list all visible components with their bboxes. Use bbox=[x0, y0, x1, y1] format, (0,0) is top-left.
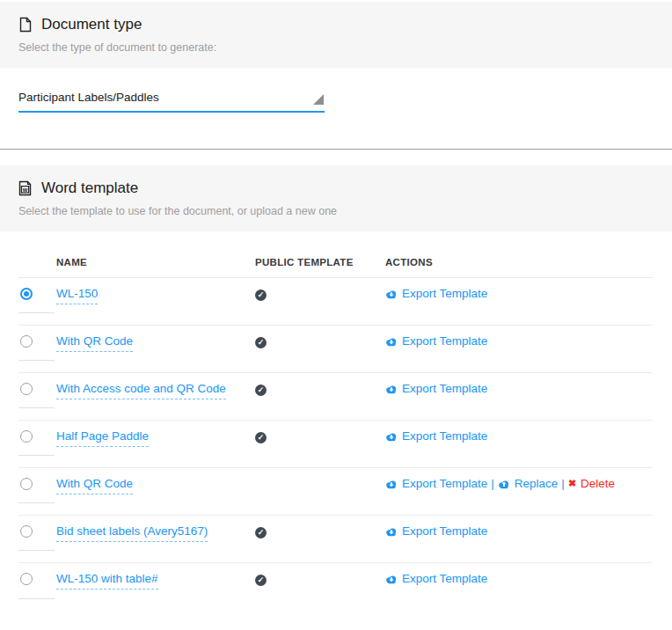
template-name-link[interactable]: WL-150 with table# bbox=[56, 572, 158, 590]
name-cell: With QR Code bbox=[56, 326, 255, 372]
export-template-link[interactable]: Export Template bbox=[385, 334, 487, 348]
cloud-download-icon bbox=[385, 526, 398, 537]
template-table: NAME PUBLIC TEMPLATE ACTIONS WL-150 ✓ Ex… bbox=[18, 246, 653, 611]
public-template-cell: ✓ bbox=[255, 278, 385, 325]
export-template-link[interactable]: Export Template bbox=[385, 429, 487, 443]
table-row: With QR Code Export Template|Replace|✖De… bbox=[18, 468, 653, 516]
action-label: Export Template bbox=[402, 572, 487, 585]
public-template-cell: ✓ bbox=[255, 373, 385, 420]
action-label: Export Template bbox=[402, 382, 487, 395]
word-template-title: Word template bbox=[41, 179, 138, 197]
template-radio[interactable] bbox=[20, 573, 33, 585]
cloud-download-icon bbox=[385, 479, 398, 489]
template-radio[interactable] bbox=[20, 288, 33, 300]
svg-text:w: w bbox=[22, 187, 28, 193]
cloud-download-icon bbox=[385, 574, 398, 584]
document-type-section-header: Document type Select the type of documen… bbox=[0, 2, 672, 68]
template-name-link[interactable]: WL-150 bbox=[56, 287, 98, 304]
row-actions: Export Template bbox=[385, 563, 653, 611]
table-row: Half Page Paddle ✓ Export Template bbox=[18, 421, 653, 468]
template-radio[interactable] bbox=[20, 335, 33, 348]
document-type-form: Participant Labels/Paddles bbox=[0, 68, 672, 149]
template-table-header: NAME PUBLIC TEMPLATE ACTIONS bbox=[18, 246, 653, 278]
public-template-check-icon: ✓ bbox=[255, 527, 267, 538]
action-label: Replace bbox=[515, 477, 559, 490]
public-template-cell bbox=[255, 468, 385, 515]
export-template-link[interactable]: Export Template bbox=[385, 477, 487, 490]
action-separator: | bbox=[561, 477, 565, 490]
x-icon: ✖ bbox=[568, 479, 576, 488]
action-label: Export Template bbox=[402, 287, 487, 300]
name-cell: With QR Code bbox=[56, 468, 255, 515]
header-name: NAME bbox=[56, 246, 255, 277]
delete-link[interactable]: ✖Delete bbox=[568, 477, 615, 490]
action-label: Export Template bbox=[402, 524, 487, 538]
document-type-select[interactable]: Participant Labels/Paddles bbox=[18, 91, 325, 113]
row-actions: Export Template|Replace|✖Delete bbox=[385, 468, 653, 515]
public-template-check-icon: ✓ bbox=[255, 337, 267, 348]
cloud-download-icon bbox=[385, 336, 398, 347]
public-template-check-icon: ✓ bbox=[255, 432, 267, 443]
row-actions: Export Template bbox=[385, 373, 653, 420]
name-cell: WL-150 with table# bbox=[56, 563, 255, 611]
template-radio[interactable] bbox=[20, 430, 33, 443]
radio-cell bbox=[18, 468, 56, 515]
document-file-icon bbox=[18, 17, 32, 33]
action-label: Export Template bbox=[402, 429, 487, 443]
template-name-link[interactable]: With QR Code bbox=[56, 477, 133, 494]
action-label: Export Template bbox=[402, 477, 487, 490]
document-type-subtitle: Select the type of document to generate: bbox=[18, 41, 654, 54]
action-separator: | bbox=[491, 477, 494, 490]
cloud-download-icon bbox=[385, 384, 398, 394]
table-row: WL-150 ✓ Export Template bbox=[18, 278, 653, 326]
name-cell: WL-150 bbox=[56, 278, 255, 325]
template-name-link[interactable]: Bid sheet labels (Avery5167) bbox=[56, 524, 208, 542]
word-file-icon: w bbox=[18, 180, 32, 196]
table-row: With Access code and QR Code ✓ Export Te… bbox=[18, 373, 653, 421]
cloud-download-icon bbox=[385, 289, 398, 299]
row-actions: Export Template bbox=[385, 278, 653, 325]
cloud-upload-icon bbox=[498, 479, 510, 489]
export-template-link[interactable]: Export Template bbox=[385, 524, 487, 538]
word-template-subtitle: Select the template to use for the docum… bbox=[18, 205, 654, 217]
replace-link[interactable]: Replace bbox=[498, 477, 559, 490]
radio-cell bbox=[18, 421, 56, 467]
public-template-check-icon: ✓ bbox=[255, 575, 267, 586]
document-type-selected-value: Participant Labels/Paddles bbox=[18, 91, 159, 104]
name-cell: Bid sheet labels (Avery5167) bbox=[56, 516, 255, 562]
row-actions: Export Template bbox=[385, 421, 653, 467]
export-template-link[interactable]: Export Template bbox=[385, 382, 487, 395]
cloud-download-icon bbox=[385, 431, 398, 442]
document-type-title: Document type bbox=[41, 16, 142, 33]
header-public-template: PUBLIC TEMPLATE bbox=[255, 246, 385, 277]
table-row: With QR Code ✓ Export Template bbox=[18, 326, 653, 373]
template-name-link[interactable]: Half Page Paddle bbox=[56, 429, 149, 447]
row-actions: Export Template bbox=[385, 326, 653, 372]
export-template-link[interactable]: Export Template bbox=[385, 572, 487, 585]
public-template-cell: ✓ bbox=[255, 563, 385, 611]
header-radio-column bbox=[18, 246, 56, 277]
template-radio[interactable] bbox=[20, 383, 33, 395]
template-name-link[interactable]: With QR Code bbox=[56, 334, 133, 352]
public-template-cell: ✓ bbox=[255, 326, 385, 372]
public-template-cell: ✓ bbox=[255, 421, 385, 467]
table-row: Bid sheet labels (Avery5167) ✓ Export Te… bbox=[18, 516, 653, 563]
name-cell: With Access code and QR Code bbox=[56, 373, 255, 420]
radio-cell bbox=[18, 373, 56, 420]
action-label: Delete bbox=[581, 477, 615, 490]
dropdown-arrow-icon bbox=[313, 94, 324, 105]
public-template-cell: ✓ bbox=[255, 516, 385, 562]
name-cell: Half Page Paddle bbox=[56, 421, 255, 467]
action-label: Export Template bbox=[402, 334, 487, 348]
row-actions: Export Template bbox=[385, 516, 653, 562]
export-template-link[interactable]: Export Template bbox=[385, 287, 487, 300]
radio-cell bbox=[18, 516, 56, 562]
template-table-body: WL-150 ✓ Export Template With QR Code ✓ … bbox=[18, 278, 653, 611]
public-template-check-icon: ✓ bbox=[255, 385, 267, 396]
template-radio[interactable] bbox=[20, 478, 33, 490]
radio-cell bbox=[18, 563, 56, 611]
radio-cell bbox=[18, 326, 56, 372]
template-name-link[interactable]: With Access code and QR Code bbox=[56, 382, 226, 399]
radio-cell bbox=[18, 278, 56, 325]
template-radio[interactable] bbox=[20, 525, 33, 538]
